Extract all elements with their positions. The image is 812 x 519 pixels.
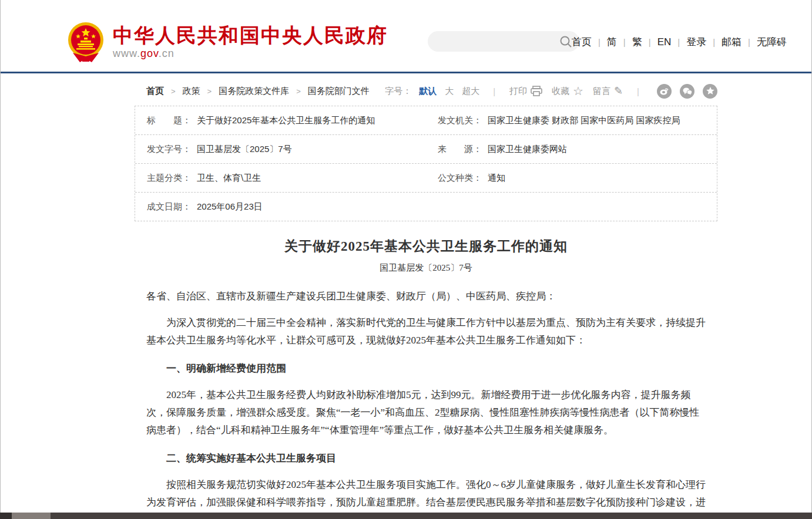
section-heading-1: 一、明确新增经费使用范围 (146, 360, 706, 378)
meta-label: 来 源： (438, 144, 482, 155)
breadcrumb-policy-library[interactable]: 国务院政策文件库 (219, 86, 289, 97)
favorite-button[interactable]: 收藏 ☆ (552, 84, 583, 98)
meta-label: 标 题： (147, 115, 191, 126)
font-size-xlarge-button[interactable]: 超大 (462, 86, 479, 97)
top-nav: 首页| 简| 繁| EN| 登录| 邮箱| 无障碍 (572, 35, 787, 49)
font-size-label: 字号： (385, 86, 411, 97)
document-meta-table: 标 题：关于做好2025年基本公共卫生服务工作的通知 发文机关：国家卫生健康委 … (135, 106, 717, 221)
breadcrumb: 首页 > 政策 > 国务院政策文件库 > 国务院部门文件 (146, 86, 370, 97)
document-toolbar: 字号： 默认 大 超大 | 打印 收藏 ☆ 留言 ✎ | (385, 84, 717, 99)
breadcrumb-home[interactable]: 首页 (146, 86, 164, 97)
main-content: 首页 > 政策 > 国务院政策文件库 > 国务院部门文件 字号： 默认 大 超大… (135, 83, 717, 519)
chevron-right-icon: > (171, 87, 176, 96)
meta-label: 公文种类： (438, 173, 482, 184)
star-icon: ☆ (573, 84, 583, 98)
scrollbar-thumb[interactable] (12, 513, 51, 519)
meta-row: 标 题：关于做好2025年基本公共卫生服务工作的通知 发文机关：国家卫生健康委 … (135, 106, 717, 135)
print-button[interactable]: 打印 (509, 86, 542, 97)
font-size-large-button[interactable]: 大 (445, 86, 454, 97)
meta-value: 国家卫生健康委 财政部 国家中医药局 国家疾控局 (488, 115, 680, 126)
document-article: 关于做好2025年基本公共卫生服务工作的通知 国卫基层发〔2025〕7号 各省、… (135, 237, 717, 519)
national-emblem-icon (67, 21, 105, 63)
meta-label: 发文字号： (147, 144, 191, 155)
meta-row: 发文字号：国卫基层发〔2025〕7号 来 源：国家卫生健康委网站 (135, 135, 717, 164)
nav-accessibility[interactable]: 无障碍 (757, 35, 787, 49)
weibo-share-icon[interactable] (657, 84, 672, 99)
nav-simplified[interactable]: 简 (607, 35, 617, 49)
meta-row: 成文日期：2025年06月23日 (135, 193, 717, 221)
printer-icon (531, 86, 542, 96)
search-icon[interactable] (559, 35, 572, 48)
comment-button[interactable]: 留言 ✎ (593, 85, 623, 97)
qzone-share-icon[interactable] (703, 84, 717, 99)
search-box[interactable] (428, 31, 579, 52)
meta-value: 国家卫生健康委网站 (488, 144, 567, 155)
pencil-icon: ✎ (614, 85, 623, 97)
meta-value: 通知 (488, 173, 505, 184)
nav-traditional[interactable]: 繁 (632, 35, 642, 49)
wechat-share-icon[interactable] (680, 84, 694, 99)
chevron-right-icon: > (296, 87, 301, 96)
site-header: 中华人民共和国中央人民政府 www.gov.cn 首页| 简| 繁| EN| 登… (1, 0, 811, 73)
meta-value: 卫生、体育\卫生 (197, 173, 261, 184)
horizontal-scrollbar[interactable] (0, 513, 812, 519)
paragraph-salutation: 各省、自治区、直辖市及新疆生产建设兵团卫生健康委、财政厅（局）、中医药局、疾控局… (146, 288, 706, 305)
paragraph: 2025年，基本公共卫生服务经费人均财政补助标准增加5元，达到99元。新增经费用… (146, 386, 706, 439)
nav-home[interactable]: 首页 (572, 35, 592, 49)
meta-value: 2025年06月23日 (197, 201, 263, 213)
nav-login[interactable]: 登录 (686, 35, 706, 49)
meta-label: 成文日期： (147, 201, 191, 213)
document-title: 关于做好2025年基本公共卫生服务工作的通知 (146, 237, 706, 255)
nav-mail[interactable]: 邮箱 (722, 35, 741, 49)
site-logo[interactable]: 中华人民共和国中央人民政府 www.gov.cn (67, 21, 388, 63)
section-heading-2: 二、统筹实施好基本公共卫生服务项目 (146, 450, 706, 467)
share-icons (649, 84, 717, 99)
meta-row: 主题分类：卫生、体育\卫生 公文种类：通知 (135, 164, 717, 193)
meta-label: 发文机关： (438, 115, 482, 126)
font-size-default-button[interactable]: 默认 (419, 86, 437, 97)
meta-label: 主题分类： (147, 173, 191, 184)
site-url: www.gov.cn (113, 48, 388, 60)
document-body: 各省、自治区、直辖市及新疆生产建设兵团卫生健康委、财政厅（局）、中医药局、疾控局… (146, 288, 706, 519)
document-number: 国卫基层发〔2025〕7号 (146, 262, 706, 274)
breadcrumb-department-documents[interactable]: 国务院部门文件 (308, 86, 370, 97)
site-title: 中华人民共和国中央人民政府 (113, 25, 388, 46)
search-input[interactable] (428, 31, 559, 52)
meta-value: 关于做好2025年基本公共卫生服务工作的通知 (197, 115, 375, 126)
meta-value: 国卫基层发〔2025〕7号 (197, 144, 292, 155)
chevron-right-icon: > (207, 87, 212, 96)
breadcrumb-policy[interactable]: 政策 (183, 86, 200, 97)
paragraph: 为深入贯彻党的二十届三中全会精神，落实新时代党的卫生与健康工作方针中以基层为重点… (146, 314, 706, 349)
nav-english[interactable]: EN (657, 36, 672, 48)
